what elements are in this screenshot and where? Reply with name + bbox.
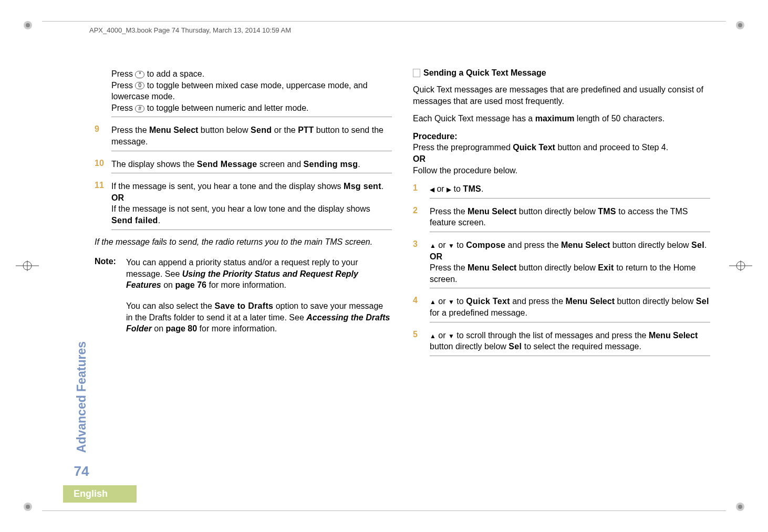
step: 5 ▲ or ▼ to scroll through the list of m…	[413, 330, 710, 356]
page-reference: page 76	[175, 280, 206, 289]
step: 4 ▲ or ▼ to Quick Text and press the Men…	[413, 296, 710, 322]
note-label: Note:	[95, 257, 126, 335]
document-icon	[413, 69, 420, 77]
body-text: Press the preprogrammed Quick Text butto…	[413, 142, 710, 153]
right-column: Sending a Quick Text Message Quick Text …	[413, 68, 710, 479]
key-icon: *	[135, 71, 144, 78]
body-text: The display shows the Send Message scree…	[111, 159, 392, 170]
key-icon: 0	[135, 82, 144, 89]
body-text: If the message is sent, you hear a tone …	[111, 181, 392, 192]
language-label: English	[63, 485, 137, 503]
body-text: Press * to add a space.	[111, 68, 392, 80]
down-arrow-icon: ▼	[448, 332, 454, 340]
step: 1 ◀ or ▶ to TMS.	[413, 183, 710, 199]
body-text: ▲ or ▼ to Compose and press the Menu Sel…	[430, 239, 710, 251]
crop-mark-icon	[23, 20, 33, 30]
sidebar: Advanced Features 74	[74, 68, 89, 479]
divider	[111, 151, 392, 151]
divider	[111, 117, 392, 117]
divider	[111, 173, 392, 173]
body-text: ▲ or ▼ to Quick Text and press the Menu …	[430, 296, 710, 318]
step-number: 11	[95, 181, 111, 230]
divider	[111, 230, 392, 230]
page-number: 74	[74, 463, 89, 479]
divider	[430, 198, 710, 199]
step-number: 9	[95, 124, 111, 151]
step: 2 Press the Menu Select button directly …	[413, 206, 710, 232]
key-icon: #	[135, 105, 144, 112]
svg-point-5	[26, 505, 30, 509]
note: Note: You can append a priority status a…	[95, 257, 392, 335]
or-label: OR	[413, 153, 710, 165]
step: 11 If the message is sent, you hear a to…	[95, 181, 392, 230]
section-title: Advanced Features	[75, 341, 89, 453]
section-heading: Sending a Quick Text Message	[413, 68, 710, 78]
or-label: OR	[430, 251, 710, 263]
body-text: Quick Text messages are messages that ar…	[413, 84, 710, 107]
body-text: Press # to toggle between numeric and le…	[111, 102, 392, 114]
down-arrow-icon: ▼	[448, 242, 454, 249]
divider	[430, 232, 710, 232]
divider	[430, 322, 710, 322]
page-header: APX_4000_M3.book Page 74 Thursday, March…	[89, 26, 291, 34]
page-content: Advanced Features 74 Press * to add a sp…	[74, 68, 710, 479]
body-text: You can also select the Save to Drafts o…	[126, 300, 392, 335]
body-text: Press the Menu Select button below Send …	[111, 124, 392, 147]
register-mark-icon	[729, 260, 752, 271]
body-text: If the message is not sent, you hear a l…	[111, 203, 392, 226]
divider	[430, 288, 710, 288]
svg-point-1	[26, 23, 30, 27]
crop-mark-icon	[735, 20, 745, 30]
body-text: Press the Menu Select button directly be…	[430, 206, 710, 228]
procedure-label: Procedure:	[413, 131, 710, 142]
crop-mark-icon	[23, 502, 33, 512]
right-arrow-icon: ▶	[447, 186, 451, 193]
step: 10 The display shows the Send Message sc…	[95, 159, 392, 174]
down-arrow-icon: ▼	[448, 298, 454, 306]
step: 9 Press the Menu Select button below Sen…	[95, 124, 392, 151]
step-number: 4	[413, 296, 430, 322]
svg-point-7	[738, 505, 742, 509]
step-number: 5	[413, 330, 430, 356]
up-arrow-icon: ▲	[430, 242, 436, 249]
step: 3 ▲ or ▼ to Compose and press the Menu S…	[413, 239, 710, 288]
step-number: 2	[413, 206, 430, 232]
step-number: 3	[413, 239, 430, 288]
body-text: Press 0 to toggle between mixed case mod…	[111, 80, 392, 102]
left-arrow-icon: ◀	[430, 186, 434, 193]
heading-text: Sending a Quick Text Message	[423, 68, 546, 78]
left-column: Press * to add a space. Press 0 to toggl…	[95, 68, 392, 479]
step-number: 1	[413, 183, 430, 199]
body-text: ▲ or ▼ to scroll through the list of mes…	[430, 330, 710, 352]
divider	[430, 356, 710, 356]
up-arrow-icon: ▲	[430, 298, 436, 306]
crop-mark-icon	[735, 502, 745, 512]
svg-point-3	[738, 23, 742, 27]
body-text: Each Quick Text message has a maximum le…	[413, 113, 710, 124]
body-text: Press the Menu Select button directly be…	[430, 262, 710, 285]
page-reference: page 80	[166, 324, 198, 333]
body-text: You can append a priority status and/or …	[126, 257, 392, 291]
body-text: If the message fails to send, the radio …	[95, 236, 392, 248]
up-arrow-icon: ▲	[430, 332, 436, 340]
step-number: 10	[95, 159, 111, 174]
or-label: OR	[111, 192, 392, 204]
body-text: Follow the procedure below.	[413, 165, 710, 176]
register-mark-icon	[16, 260, 39, 271]
body-text: ◀ or ▶ to TMS.	[430, 183, 710, 195]
